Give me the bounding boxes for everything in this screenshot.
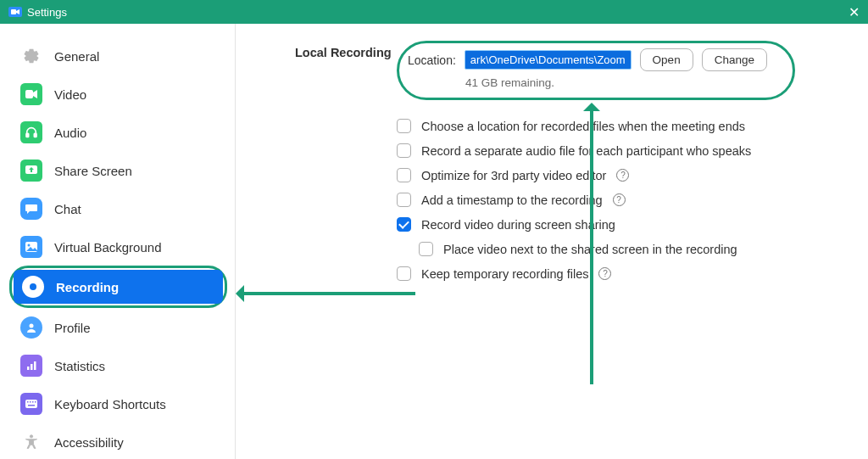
svg-point-9 (30, 324, 34, 328)
sidebar-item-label: Audio (54, 126, 86, 140)
option-keep-temp-files[interactable]: Keep temporary recording files ? (397, 266, 843, 281)
sidebar-item-accessibility[interactable]: Accessibility (12, 425, 225, 459)
svg-rect-11 (31, 364, 33, 370)
option-choose-location[interactable]: Choose a location for recorded files whe… (397, 119, 843, 133)
close-icon[interactable]: ✕ (849, 4, 860, 20)
option-optimize-3rd-party[interactable]: Optimize for 3rd party video editor ? (397, 168, 843, 182)
sidebar-item-keyboard-shortcuts[interactable]: Keyboard Shortcuts (12, 387, 225, 421)
checkbox-icon[interactable] (397, 143, 411, 158)
checkbox-icon[interactable] (397, 217, 411, 232)
checkbox-icon[interactable] (397, 266, 411, 281)
svg-rect-13 (25, 400, 37, 408)
option-place-video-next[interactable]: Place video next to the shared screen in… (419, 242, 843, 256)
checkbox-icon[interactable] (397, 119, 411, 133)
svg-rect-16 (32, 401, 34, 403)
info-icon[interactable]: ? (616, 169, 629, 182)
sidebar-item-recording[interactable]: Recording (14, 270, 223, 304)
sidebar-item-share-screen[interactable]: Share Screen (12, 154, 225, 188)
record-icon (22, 276, 44, 298)
accessibility-icon (20, 431, 42, 453)
info-icon[interactable]: ? (613, 193, 626, 206)
open-button[interactable]: Open (640, 48, 693, 71)
svg-point-19 (30, 435, 32, 438)
sidebar-item-label: Video (54, 87, 86, 102)
option-label: Optimize for 3rd party video editor (421, 169, 606, 182)
sidebar-item-label: Accessibility (54, 435, 124, 450)
annotation-highlight-location: Location: ark\OneDrive\Documents\Zoom Op… (397, 41, 795, 100)
sidebar: General Video Audio Share Screen Chat (0, 24, 236, 459)
title-bar: Settings ✕ (0, 0, 868, 24)
location-label: Location: (408, 53, 456, 67)
svg-rect-12 (34, 361, 36, 370)
sidebar-item-label: Keyboard Shortcuts (54, 397, 166, 411)
svg-rect-2 (25, 90, 33, 98)
user-icon (20, 316, 42, 339)
image-icon (20, 236, 42, 258)
app-badge-icon (8, 7, 22, 17)
option-label: Choose a location for recorded files whe… (421, 120, 745, 133)
remaining-text: 41 GB remaining. (465, 76, 767, 89)
video-icon (20, 83, 42, 105)
checkbox-icon[interactable] (397, 193, 411, 207)
option-separate-audio[interactable]: Record a separate audio file for each pa… (397, 143, 843, 158)
sidebar-item-label: Chat (54, 202, 81, 216)
sidebar-item-label: Recording (56, 280, 119, 294)
option-label: Keep temporary recording files (421, 267, 588, 281)
svg-rect-10 (27, 367, 30, 370)
svg-rect-0 (11, 9, 16, 14)
annotation-arrow-vertical (590, 104, 593, 384)
annotation-arrow-horizontal (237, 292, 415, 295)
chat-icon (20, 198, 42, 220)
window-title: Settings (27, 6, 67, 19)
sidebar-item-chat[interactable]: Chat (12, 192, 225, 226)
sidebar-item-statistics[interactable]: Statistics (12, 349, 225, 383)
sidebar-item-label: Share Screen (54, 164, 132, 178)
info-icon[interactable]: ? (598, 267, 611, 280)
gear-icon (20, 45, 42, 67)
svg-rect-15 (30, 401, 31, 403)
keyboard-icon (20, 393, 42, 415)
svg-rect-17 (35, 401, 36, 403)
sidebar-item-general[interactable]: General (12, 39, 225, 73)
sidebar-item-video[interactable]: Video (12, 77, 225, 111)
option-label: Record a separate audio file for each pa… (421, 144, 751, 158)
headphones-icon (20, 121, 42, 143)
sidebar-item-audio[interactable]: Audio (12, 115, 225, 149)
location-path-input[interactable]: ark\OneDrive\Documents\Zoom (465, 50, 632, 70)
section-title: Local Recording (295, 41, 397, 59)
checkbox-icon[interactable] (397, 168, 411, 182)
checkbox-icon[interactable] (419, 242, 433, 256)
sidebar-item-label: Profile (54, 321, 91, 335)
chart-icon (20, 355, 42, 377)
option-label: Add a timestamp to the recording (421, 193, 603, 207)
sidebar-item-label: General (54, 49, 99, 64)
option-timestamp[interactable]: Add a timestamp to the recording ? (397, 193, 843, 207)
svg-rect-3 (26, 133, 29, 137)
sidebar-item-virtual-background[interactable]: Virtual Background (12, 230, 225, 264)
sidebar-item-profile[interactable]: Profile (12, 311, 225, 344)
option-label: Record video during screen sharing (421, 218, 615, 232)
change-button[interactable]: Change (702, 48, 767, 71)
sidebar-item-label: Statistics (54, 359, 105, 373)
svg-rect-18 (28, 405, 35, 406)
options-list: Choose a location for recorded files whe… (397, 119, 843, 281)
svg-rect-14 (27, 401, 29, 403)
svg-point-8 (30, 283, 36, 290)
main-panel: Local Recording Location: ark\OneDrive\D… (236, 24, 868, 459)
sidebar-item-label: Virtual Background (54, 240, 161, 255)
svg-rect-4 (34, 133, 36, 137)
svg-point-7 (28, 244, 31, 247)
option-record-during-share[interactable]: Record video during screen sharing (397, 217, 843, 232)
share-screen-icon (20, 160, 42, 182)
annotation-highlight-recording: Recording (9, 266, 227, 308)
